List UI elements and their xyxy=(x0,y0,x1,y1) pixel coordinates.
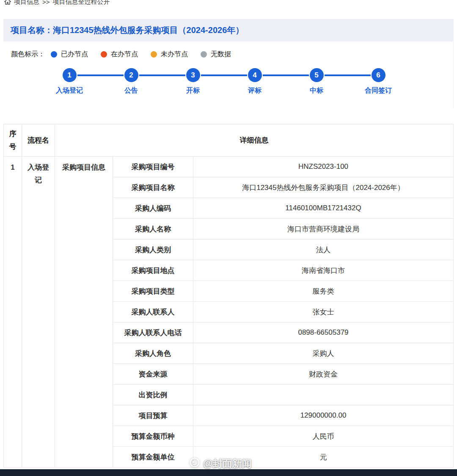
project-title-bar: 项目名称：海口12345热线外包服务采购项目（2024-2026年） xyxy=(3,19,454,41)
step-circle[interactable]: 5 xyxy=(310,68,324,82)
detail-key: 资金来源 xyxy=(113,364,193,385)
table-header-row: 序号 流程名 详细信息 xyxy=(4,124,454,157)
breadcrumb: 项目信息 >> 项目信息全过程公开 xyxy=(0,0,457,6)
detail-value: 张女士 xyxy=(193,302,454,322)
detail-key: 采购人名称 xyxy=(113,219,193,239)
legend-item-label: 在办节点 xyxy=(111,50,138,59)
detail-value xyxy=(193,385,454,405)
legend-item-label: 已办节点 xyxy=(61,50,88,59)
detail-key: 采购人角色 xyxy=(113,343,193,364)
header-process: 流程名 xyxy=(22,124,55,157)
legend-item-no-data: 无数据 xyxy=(201,50,231,59)
color-legend: 颜色标示： 已办节点 在办节点 未办节点 无数据 xyxy=(3,41,453,59)
detail-key: 采购人类别 xyxy=(113,239,193,260)
detail-key: 采购项目地点 xyxy=(113,260,193,281)
detail-key: 采购项目名称 xyxy=(113,177,193,198)
process-stepper: 1 入场登记 2 公告 3 开标 4 评标 5 中标 6 合同签订 xyxy=(39,68,411,105)
step-bid-award[interactable]: 5 中标 xyxy=(286,68,347,95)
project-title: 项目名称：海口12345热线外包服务采购项目（2024-2026年） xyxy=(11,25,244,35)
detail-value: 11460100MB1721432Q xyxy=(193,198,454,219)
step-announcement[interactable]: 2 公告 xyxy=(100,68,162,95)
step-circle[interactable]: 1 xyxy=(63,68,77,82)
header-seq: 序号 xyxy=(4,124,22,157)
step-circle[interactable]: 6 xyxy=(372,68,385,82)
detail-key: 采购人联系人电话 xyxy=(113,322,193,343)
step-contract-signing[interactable]: 6 合同签订 xyxy=(347,68,409,95)
detail-value: 法人 xyxy=(193,239,454,260)
detail-value: 0898-66505379 xyxy=(193,322,454,343)
header-detail: 详细信息 xyxy=(55,124,454,157)
detail-key: 预算金额币种 xyxy=(113,426,193,447)
seq-cell: 1 xyxy=(4,157,22,468)
step-label[interactable]: 中标 xyxy=(310,86,323,95)
home-icon[interactable] xyxy=(4,0,11,5)
detail-key: 预算金额单位 xyxy=(113,447,193,468)
legend-item-label: 未办节点 xyxy=(161,50,188,59)
step-circle[interactable]: 4 xyxy=(248,68,262,82)
step-circle[interactable]: 2 xyxy=(124,68,138,82)
detail-key: 采购人编码 xyxy=(113,198,193,219)
legend-item-in-progress: 在办节点 xyxy=(101,50,138,59)
detail-key: 项目预算 xyxy=(113,405,193,426)
detail-value: 财政资金 xyxy=(193,364,454,385)
step-label[interactable]: 公告 xyxy=(124,86,138,95)
legend-item-label: 无数据 xyxy=(211,50,231,59)
done-node-dot-icon xyxy=(51,51,57,58)
step-label[interactable]: 入场登记 xyxy=(56,86,83,95)
detail-value: 元 xyxy=(193,447,454,468)
legend-item-pending: 未办节点 xyxy=(151,50,188,59)
step-label[interactable]: 合同签订 xyxy=(365,86,392,95)
detail-value: 129000000.00 xyxy=(193,405,454,426)
breadcrumb-item-project-info[interactable]: 项目信息 xyxy=(14,0,39,6)
detail-value: 海口12345热线外包服务采购项目（2024-2026年） xyxy=(193,177,454,198)
step-entry-registration[interactable]: 1 入场登记 xyxy=(39,68,100,95)
project-detail-table: 序号 流程名 详细信息 1 入场登记 采购项目信息 采购项目编号 HNZS202… xyxy=(3,124,454,468)
step-bid-evaluation[interactable]: 4 评标 xyxy=(224,68,286,95)
step-circle[interactable]: 3 xyxy=(186,68,200,82)
pending-node-dot-icon xyxy=(151,51,157,58)
detail-value: 采购人 xyxy=(193,343,454,364)
table-row: 1 入场登记 采购项目信息 采购项目编号 HNZS2023-100 xyxy=(4,157,454,177)
process-stage-panel: 颜色标示： 已办节点 在办节点 未办节点 无数据 1 入场登记 2 公告 xyxy=(3,41,454,109)
detail-key: 出资比例 xyxy=(113,385,193,405)
no-data-node-dot-icon xyxy=(201,51,207,58)
detail-key: 采购项目编号 xyxy=(113,157,193,177)
group-cell: 采购项目信息 xyxy=(55,157,113,468)
detail-value: 海口市营商环境建设局 xyxy=(193,219,454,239)
step-label[interactable]: 评标 xyxy=(248,86,262,95)
in-progress-node-dot-icon xyxy=(101,51,107,58)
detail-value: 海南省海口市 xyxy=(193,260,454,281)
breadcrumb-item-full-process[interactable]: 项目信息全过程公开 xyxy=(53,0,110,6)
detail-key: 采购项目类型 xyxy=(113,281,193,302)
legend-label: 颜色标示： xyxy=(11,50,45,59)
detail-value: HNZS2023-100 xyxy=(193,157,454,177)
detail-key: 采购人联系人 xyxy=(113,302,193,322)
legend-item-done: 已办节点 xyxy=(51,50,88,59)
footer-strip xyxy=(0,469,457,476)
detail-value: 服务类 xyxy=(193,281,454,302)
detail-value: 人民币 xyxy=(193,426,454,447)
step-bid-opening[interactable]: 3 开标 xyxy=(162,68,224,95)
process-cell: 入场登记 xyxy=(22,157,55,468)
step-label[interactable]: 开标 xyxy=(186,86,200,95)
breadcrumb-separator: >> xyxy=(42,0,50,6)
